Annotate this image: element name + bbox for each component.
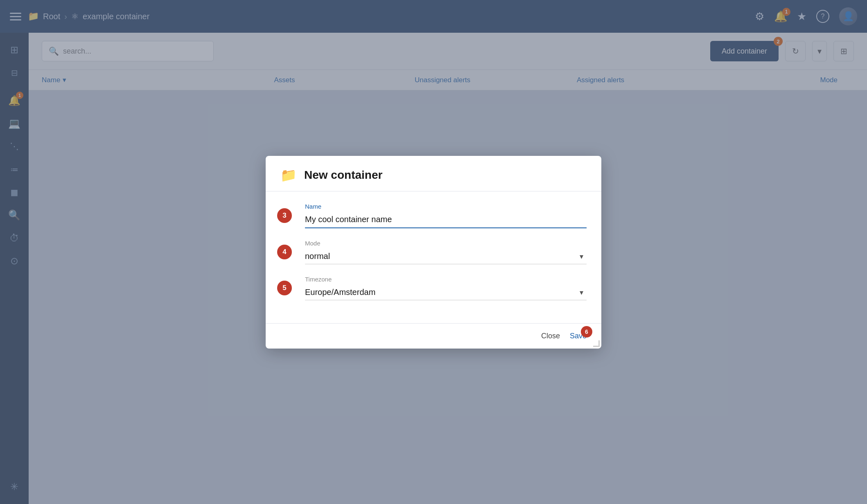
timezone-select-wrapper: Europe/Amsterdam UTC America/New_York ▾: [305, 285, 587, 300]
name-input[interactable]: [305, 212, 587, 228]
new-container-modal: 📁 New container 3 Name 4 Mode normal mai…: [266, 156, 601, 349]
modal-overlay[interactable]: 📁 New container 3 Name 4 Mode normal mai…: [0, 0, 867, 504]
timezone-field-group: 5 Timezone Europe/Amsterdam UTC America/…: [280, 276, 587, 300]
mode-field-group: 4 Mode normal maintenance disabled ▾: [280, 240, 587, 264]
modal-body: 3 Name 4 Mode normal maintenance disable…: [266, 191, 601, 323]
step-4-badge: 4: [277, 245, 292, 259]
step-3-badge: 3: [277, 208, 292, 223]
close-button[interactable]: Close: [541, 332, 560, 340]
step-5-badge: 5: [277, 281, 292, 295]
mode-select-wrapper: normal maintenance disabled ▾: [305, 249, 587, 264]
resize-handle[interactable]: [593, 340, 600, 347]
step-6-badge: 6: [581, 326, 592, 338]
modal-folder-icon: 📁: [280, 167, 297, 183]
name-label: Name: [305, 203, 587, 210]
mode-label: Mode: [305, 240, 587, 247]
modal-header: 📁 New container: [266, 156, 601, 191]
save-btn-wrapper: Save 6: [570, 332, 587, 340]
name-field-group: 3 Name: [280, 203, 587, 228]
timezone-label: Timezone: [305, 276, 587, 283]
mode-select[interactable]: normal maintenance disabled: [305, 249, 587, 264]
modal-footer: Close Save 6: [266, 323, 601, 349]
modal-title: New container: [304, 169, 382, 182]
timezone-select[interactable]: Europe/Amsterdam UTC America/New_York: [305, 285, 587, 300]
